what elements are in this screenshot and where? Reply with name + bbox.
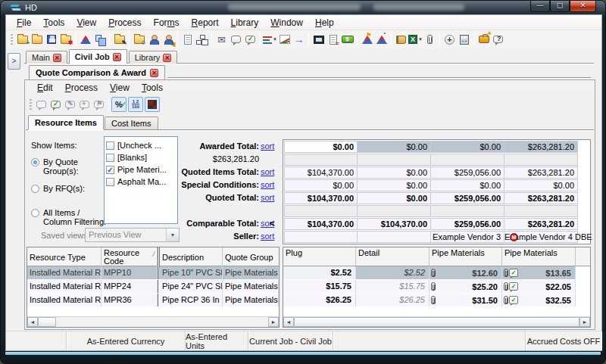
- col-resource-code[interactable]: Resource Code/: [102, 247, 158, 267]
- menu-forms[interactable]: Forms: [148, 16, 186, 30]
- total-cell[interactable]: $104,370.00: [358, 218, 431, 230]
- system-clock-icon[interactable]: [311, 32, 326, 47]
- quote-grid-hscrollbar[interactable]: ◄ ►: [283, 316, 590, 327]
- comment-icon[interactable]: [229, 32, 243, 47]
- total-cell[interactable]: $0.00: [284, 141, 358, 153]
- resource-grid-hscrollbar[interactable]: ◄ ►: [27, 316, 279, 327]
- tab-civil-job[interactable]: Civil Job ✕: [69, 49, 127, 64]
- report-clock-icon[interactable]: ≈: [326, 32, 340, 47]
- save-icon[interactable]: [44, 32, 58, 47]
- seller-cell[interactable]: MExample Vendor 4 DBE: [504, 231, 578, 243]
- minimize-button[interactable]: —: [530, 1, 550, 12]
- total-cell[interactable]: $263,281.20: [504, 166, 578, 179]
- total-cell[interactable]: $104,370.00: [284, 192, 358, 204]
- tab-civil-job-close-icon[interactable]: ✕: [113, 53, 121, 61]
- tab-quote-comparison-award-close-icon[interactable]: ✕: [150, 69, 158, 77]
- maximize-button[interactable]: ▢: [550, 1, 570, 12]
- crew-icon[interactable]: ◀: [161, 32, 175, 47]
- tab-main-close-icon[interactable]: ✕: [53, 54, 61, 62]
- user-folder-icon[interactable]: ☺: [132, 32, 146, 47]
- col-plug[interactable]: Plug: [283, 247, 356, 266]
- percent-check-toggle[interactable]: %: [111, 97, 127, 112]
- scrollbar-thumb[interactable]: [38, 317, 56, 327]
- scroll-left-icon[interactable]: ◄: [283, 317, 294, 327]
- total-cell[interactable]: $263,281.20: [504, 192, 578, 204]
- total-cell[interactable]: $0.00: [284, 179, 358, 191]
- buyout-alert-icon[interactable]: ✦: [476, 32, 491, 47]
- col-quote-group[interactable]: Quote Group: [223, 247, 279, 267]
- col-pipe-materials-2[interactable]: Pipe Materials: [502, 247, 576, 266]
- total-cell[interactable]: $0.00: [431, 179, 504, 191]
- tab-library-close-icon[interactable]: ✕: [163, 54, 171, 62]
- menu-process[interactable]: Process: [102, 16, 147, 30]
- unit-price-toggle[interactable]: [128, 97, 143, 112]
- levels-dropdown-icon[interactable]: ▼: [263, 32, 277, 47]
- total-cell[interactable]: $263,281.20: [504, 141, 578, 153]
- panel-menu-edit[interactable]: Edit: [31, 81, 59, 95]
- scroll-right-icon[interactable]: ►: [579, 317, 590, 327]
- quote-note-check-icon[interactable]: ✓: [48, 97, 63, 112]
- pyramid-clock-icon[interactable]: ◔: [374, 32, 389, 47]
- total-cell[interactable]: $0.00: [358, 192, 431, 204]
- comment-check-icon[interactable]: ✓: [243, 32, 258, 47]
- radio-icon[interactable]: [31, 209, 39, 217]
- quote-note-add-icon[interactable]: +: [77, 97, 92, 112]
- quote-row[interactable]: $26.25 $26.25 $31.50 ✓$32.55: [283, 294, 590, 306]
- document-icon[interactable]: [180, 32, 195, 47]
- menu-help[interactable]: Help: [309, 16, 340, 30]
- mail-icon[interactable]: ✉: [214, 32, 229, 47]
- copy-icon[interactable]: [92, 32, 107, 47]
- seller-cell[interactable]: Example Vendor 3: [431, 231, 504, 243]
- menu-tools[interactable]: Tools: [37, 16, 70, 30]
- close-button[interactable]: ✕: [570, 1, 596, 12]
- scrollbar-thumb[interactable]: [294, 317, 579, 327]
- quoted-total-sort-link[interactable]: sort: [261, 191, 277, 204]
- col-description[interactable]: Description: [160, 247, 223, 267]
- import-folder-icon[interactable]: ✱: [58, 32, 73, 47]
- pyramid-flag-icon[interactable]: ⚑: [360, 32, 374, 47]
- sidebar-expand-button[interactable]: >: [8, 53, 20, 70]
- grid-cells-toggle[interactable]: [145, 97, 160, 112]
- edit-folder-icon[interactable]: ✎: [112, 32, 127, 47]
- money-icon[interactable]: $: [340, 32, 355, 47]
- total-cell[interactable]: $263,281.20: [504, 218, 578, 230]
- help-icon[interactable]: ?: [491, 32, 505, 47]
- scroll-left-icon[interactable]: ◄: [27, 317, 38, 327]
- panel-menu-tools[interactable]: Tools: [136, 81, 169, 95]
- menu-view[interactable]: View: [70, 16, 102, 30]
- price-trend-icon[interactable]: [277, 32, 292, 47]
- excel-dropdown-icon[interactable]: X▼: [408, 32, 423, 47]
- menu-library[interactable]: Library: [225, 16, 265, 30]
- panel-menu-process[interactable]: Process: [59, 81, 104, 95]
- new-folder-icon[interactable]: +: [15, 32, 30, 47]
- quoted-items-sort-link[interactable]: sort: [261, 166, 277, 179]
- awarded-sort-link[interactable]: sort: [261, 140, 277, 153]
- tab-cost-items[interactable]: Cost Items: [105, 117, 158, 129]
- quote-note-edit-icon[interactable]: ✎: [63, 97, 77, 112]
- seller-sort-link[interactable]: sort: [261, 230, 277, 243]
- col-resource-type[interactable]: Resource Type: [27, 247, 102, 267]
- total-cell[interactable]: $259,056.00: [431, 166, 504, 179]
- menu-window[interactable]: Window: [264, 16, 309, 30]
- quote-note-icon[interactable]: [34, 97, 48, 112]
- total-cell[interactable]: $104,370.00: [284, 218, 358, 230]
- notebook-icon[interactable]: [394, 32, 408, 47]
- pyramid-icon[interactable]: [78, 32, 92, 47]
- special-conditions-sort-link[interactable]: sort: [261, 179, 277, 191]
- total-cell[interactable]: $0.00: [358, 141, 431, 153]
- menu-file[interactable]: File: [11, 16, 37, 30]
- forward-arrow-icon[interactable]: →: [292, 32, 306, 47]
- total-cell[interactable]: $0.00: [358, 179, 431, 191]
- total-cell[interactable]: $104,370.00: [284, 166, 358, 179]
- quote-row[interactable]: $2.52 $2.52 $12.60 ✓$13.65: [283, 266, 590, 279]
- orgchart-icon[interactable]: [195, 32, 209, 47]
- quote-row[interactable]: $15.75 $15.75 $25.20 ✓$22.05: [283, 280, 590, 293]
- open-folder-icon[interactable]: [30, 32, 44, 47]
- total-cell[interactable]: $0.00: [358, 166, 431, 179]
- total-cell[interactable]: $0.00: [431, 141, 504, 153]
- resource-row[interactable]: Installed Material Rate MPR36 Pipe RCP 3…: [27, 294, 279, 306]
- menu-report[interactable]: Report: [186, 16, 225, 30]
- col-detail[interactable]: Detail: [356, 247, 430, 266]
- tab-main[interactable]: Main ✕: [26, 51, 67, 64]
- scroll-right-icon[interactable]: ►: [268, 317, 279, 327]
